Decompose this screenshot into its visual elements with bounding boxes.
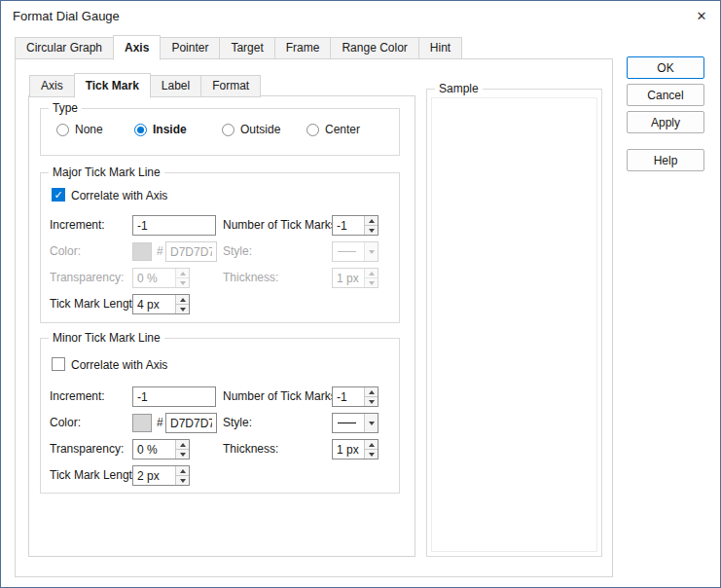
spin-up-icon: [176, 269, 189, 277]
cancel-button[interactable]: Cancel: [627, 84, 704, 106]
spin-buttons: [364, 269, 378, 287]
radio-label-inside: Inside: [153, 123, 187, 136]
major-group-title: Major Tick Mark Line: [49, 165, 164, 179]
minor-transparency-label: Transparency:: [50, 442, 124, 456]
spin-up-icon[interactable]: [176, 440, 189, 449]
major-color-swatch: [132, 242, 152, 261]
spinner-input[interactable]: [133, 295, 175, 313]
close-icon: ✕: [697, 9, 707, 23]
minor-tick-mark-line-group: Minor Tick Mark Line Correlate with Axis…: [40, 338, 400, 494]
spin-down-icon: [365, 277, 378, 287]
spin-buttons[interactable]: [364, 216, 378, 235]
radio-option-center[interactable]: Center: [306, 123, 360, 136]
major-style-dropdown: [332, 241, 379, 262]
radio-icon: [306, 124, 319, 136]
type-group: Type None Inside Outside Center: [40, 108, 400, 156]
inner-tab-label[interactable]: Label: [150, 75, 201, 97]
sample-group-title: Sample: [435, 82, 483, 95]
inner-tab-axis[interactable]: Axis: [29, 75, 75, 97]
spin-buttons[interactable]: [364, 440, 378, 459]
minor-number-of-tick-marks-spinner[interactable]: [332, 386, 379, 407]
type-group-title: Type: [49, 101, 82, 115]
major-number-of-tick-marks-spinner[interactable]: [332, 215, 379, 236]
spin-up-icon[interactable]: [365, 387, 378, 396]
radio-label-none: None: [75, 123, 103, 136]
spin-up-icon: [365, 269, 378, 277]
minor-tick-mark-length-spinner[interactable]: [132, 465, 190, 486]
radio-icon: [222, 124, 234, 136]
minor-style-label: Style:: [223, 416, 252, 429]
major-style-label: Style:: [223, 244, 252, 258]
minor-color-label: Color:: [50, 416, 81, 429]
major-color-label: Color:: [50, 244, 81, 258]
major-tick-mark-line-group: Major Tick Mark Line ✓ Correlate with Ax…: [40, 172, 400, 323]
spin-buttons[interactable]: [364, 387, 378, 406]
tick-mark-tab-panel: Type None Inside Outside Center: [28, 95, 415, 557]
major-correlate-with-axis-checkbox[interactable]: ✓: [52, 188, 65, 202]
spinner-input[interactable]: [333, 440, 364, 459]
spin-down-icon[interactable]: [365, 225, 378, 235]
ok-button[interactable]: OK: [627, 56, 704, 79]
tab-pointer[interactable]: Pointer: [160, 37, 220, 59]
minor-thickness-label: Thickness:: [223, 442, 278, 456]
major-tick-mark-length-label: Tick Mark Length:: [50, 297, 142, 311]
dropdown-arrow-icon: [364, 242, 378, 261]
radio-label-center: Center: [325, 123, 360, 136]
major-increment-label: Increment:: [50, 218, 105, 232]
radio-option-outside[interactable]: Outside: [222, 123, 280, 136]
help-button[interactable]: Help: [627, 149, 704, 171]
minor-thickness-spinner[interactable]: [332, 439, 379, 459]
minor-color-swatch[interactable]: [132, 414, 152, 432]
spin-buttons[interactable]: [175, 295, 189, 313]
apply-button[interactable]: Apply: [627, 111, 704, 133]
spin-down-icon[interactable]: [365, 449, 378, 459]
spinner-input[interactable]: [133, 466, 175, 485]
spin-up-icon[interactable]: [365, 440, 378, 449]
major-thickness-label: Thickness:: [223, 271, 278, 284]
major-number-of-tick-marks-label: Number of Tick Marks:: [223, 218, 340, 232]
spinner-input[interactable]: [133, 440, 175, 459]
spin-down-icon[interactable]: [365, 396, 378, 406]
sample-preview-canvas: [431, 97, 597, 552]
minor-increment-input[interactable]: [132, 386, 216, 407]
radio-option-inside[interactable]: Inside: [134, 123, 187, 136]
close-button[interactable]: ✕: [683, 1, 720, 30]
minor-color-hex-input[interactable]: [165, 413, 217, 433]
spin-buttons[interactable]: [175, 466, 189, 485]
minor-correlate-label: Correlate with Axis: [71, 358, 167, 372]
tab-axis[interactable]: Axis: [113, 35, 161, 60]
spin-down-icon[interactable]: [176, 475, 189, 485]
minor-transparency-spinner[interactable]: [132, 439, 190, 459]
tab-frame[interactable]: Frame: [274, 37, 332, 59]
tab-hint[interactable]: Hint: [418, 37, 462, 59]
minor-correlate-with-axis-checkbox[interactable]: [52, 357, 65, 371]
dropdown-arrow-icon[interactable]: [364, 414, 378, 432]
major-color-hash-label: #: [157, 244, 163, 258]
tab-range-color[interactable]: Range Color: [330, 37, 418, 59]
major-transparency-label: Transparency:: [50, 271, 124, 284]
major-thickness-spinner: [332, 268, 379, 288]
minor-style-dropdown[interactable]: [332, 413, 379, 433]
major-tick-mark-length-spinner[interactable]: [132, 294, 190, 314]
spinner-input[interactable]: [333, 387, 364, 406]
major-transparency-spinner: [132, 268, 190, 288]
spin-down-icon[interactable]: [176, 449, 189, 459]
spinner-input[interactable]: [333, 216, 364, 235]
tab-target[interactable]: Target: [219, 37, 274, 59]
major-color-hex-input: [165, 241, 217, 262]
inner-tab-tick-mark[interactable]: Tick Mark: [74, 73, 151, 98]
spin-buttons[interactable]: [175, 440, 189, 459]
spin-up-icon[interactable]: [176, 466, 189, 475]
inner-tab-format[interactable]: Format: [200, 75, 261, 97]
spin-down-icon[interactable]: [176, 304, 189, 313]
major-increment-input[interactable]: [132, 215, 216, 236]
inner-tab-strip: Axis Tick Mark Label Format: [29, 72, 260, 97]
radio-icon: [56, 124, 69, 136]
radio-selected-icon: [134, 124, 147, 136]
line-style-preview-icon: [338, 251, 356, 252]
spin-up-icon[interactable]: [365, 216, 378, 225]
minor-color-hash-label: #: [157, 416, 163, 429]
radio-option-none[interactable]: None: [56, 123, 103, 136]
spin-up-icon[interactable]: [176, 295, 189, 304]
tab-circular-graph[interactable]: Circular Graph: [15, 37, 114, 59]
